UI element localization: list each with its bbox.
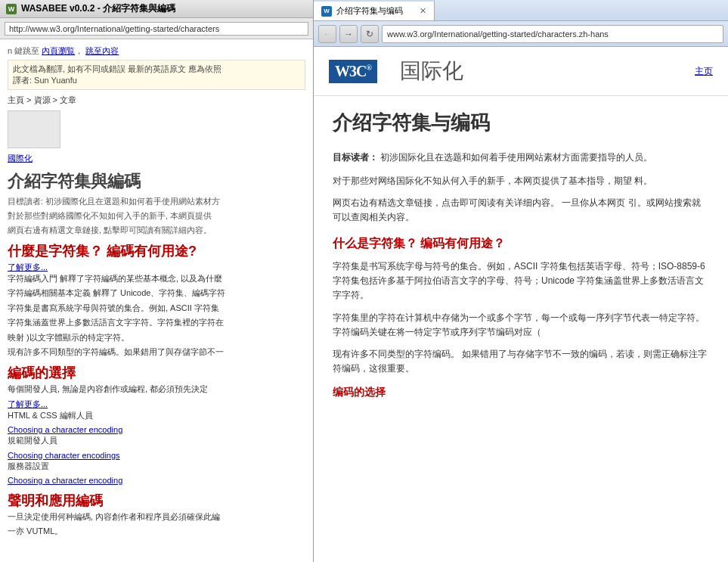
left-link3[interactable]: Choosing a character encoding (8, 476, 122, 485)
right-url-bar[interactable]: www.w3.org/International/getting-started… (382, 25, 723, 43)
left-body5: 映射 )以文字體顯示的特定字符。 (8, 332, 305, 343)
left-body4: 字符集涵蓋世界上多數活語言文字字符。字符集裡的字符在 (8, 317, 305, 328)
right-browser-panel: W 介绍字符集与编码 ✕ ← → ↻ www.w3.org/Internatio… (314, 0, 728, 562)
right-page-title: 介绍字符集与编码 (333, 107, 709, 139)
left-section3-sub2: 一亦 VUTML。 (8, 526, 305, 537)
right-section1-title: 什么是字符集？ 编码有何用途？ (333, 234, 709, 253)
forward-button[interactable]: → (339, 25, 358, 43)
left-subtitle1: 目標讀者: 初涉國際化且在選題和如何着手使用網站素材方 (8, 196, 305, 207)
left-breadcrumb: 主頁 > 資源 > 文章 (8, 95, 305, 106)
left-body1: 字符編碼入門 解釋了字符編碼的某些基本概念, 以及為什麼 (8, 273, 305, 284)
left-more-link2[interactable]: 了解更多... (8, 399, 48, 408)
right-titlebar: W 介绍字符集与编码 ✕ (314, 0, 728, 21)
w3c-logo: W3C® (329, 60, 377, 83)
left-link1[interactable]: Choosing a character encoding (8, 425, 122, 434)
left-toolbar (0, 18, 313, 39)
inner-browse-link[interactable]: 內頁瀏覧 (42, 46, 75, 55)
left-translation-notice: 此文檔為翻譯, 如有不同或錯誤 最新的英語原文 應為依照 譯者: Sun Yua… (8, 60, 305, 90)
w3c-home-link[interactable]: 主页 (695, 66, 713, 76)
right-page-content: 介绍字符集与编码 目标读者： 初涉国际化且在选题和如何着手使用网站素材方面需要指… (314, 96, 728, 562)
tab-close-button[interactable]: ✕ (420, 6, 426, 16)
right-browser-tab[interactable]: W 介绍字符集与编码 ✕ (314, 0, 435, 20)
left-window-title: WASABEE v0.0.2 - 介紹字符集與編碼 (21, 2, 175, 15)
wasabee-icon: W (6, 4, 17, 14)
left-browser-panel: W WASABEE v0.0.2 - 介紹字符集與編碼 n 鍵跳至 內頁瀏覧， … (0, 0, 314, 562)
w3c-superscript: ® (366, 64, 370, 72)
target-label: 目标读者： (333, 152, 378, 163)
right-section2-title: 编码的选择 (333, 383, 709, 400)
left-intl-link[interactable]: 國際化 (8, 153, 305, 164)
right-chrome-toolbar: ← → ↻ www.w3.org/International/getting-s… (314, 21, 728, 47)
left-more-link1[interactable]: 了解更多... (8, 262, 48, 272)
left-body2: 字符編碼相關基本定義 解釋了 Unicode、字符集、編碼字符 (8, 287, 305, 299)
left-section2-title: 編碼的選擇 (8, 364, 305, 382)
left-html-css-label: HTML & CSS 編輯人員 (8, 410, 305, 421)
left-subtitle3: 網頁右邊有精選文章鏈接, 點擊即可閱讀有關詳細內容。 (8, 225, 305, 236)
right-tab-icon: W (321, 6, 332, 17)
right-para2: 网页右边有精选文章链接，点击即可阅读有关详细内容。 一旦你从本网页 引。或网站搜… (333, 196, 709, 225)
left-section2-sub: 每個開發人員, 無論是內容創作或編程, 都必須預先決定 (8, 383, 305, 395)
left-section3-sub: 一旦決定使用何种編碼, 內容創作者和程序員必須確保此編 (8, 511, 305, 523)
w3c-header: W3C® 国际化 主页 (314, 47, 728, 96)
left-titlebar: W WASABEE v0.0.2 - 介紹字符集與編碼 (0, 0, 313, 18)
right-tab-title: 介绍字符集与编码 (336, 5, 403, 17)
w3c-intl-title: 国际化 (400, 57, 463, 85)
left-link2[interactable]: Choosing character encodings (8, 451, 120, 460)
left-server-setup-label: 服務器設置 (8, 461, 305, 472)
target-readers: 目标读者： 初涉国际化且在选题和如何着手使用网站素材方面需要指导的人员。 (333, 151, 709, 165)
w3c-logo-box: W3C® (329, 60, 377, 83)
left-nav-links: n 鍵跳至 內頁瀏覧， 跳至內容 (8, 45, 305, 57)
right-section1-para1: 字符集是书写系统字母与符号的集合。例如，ASCII 字符集包括英语字母、符号；I… (333, 259, 709, 303)
w3c-nav-right: 主页 (695, 65, 713, 78)
target-text: 初涉国际化且在选题和如何着手使用网站素材方面需要指导的人员。 (380, 152, 652, 163)
left-subtitle2: 對於那些對網絡國際化不知如何入手的新手, 本網頁提供 (8, 210, 305, 222)
right-url-text: www.w3.org/International/getting-started… (387, 29, 609, 39)
right-page-content-area: W3C® 国际化 主页 介绍字符集与编码 目标读者： 初涉国际化且在选题和如何着… (314, 47, 728, 562)
back-button[interactable]: ← (318, 25, 336, 43)
left-content-area: n 鍵跳至 內頁瀏覧， 跳至內容 此文檔為翻譯, 如有不同或錯誤 最新的英語原文… (0, 39, 313, 562)
left-thumbnail (8, 110, 60, 148)
right-section1-para2: 字符集里的字符在计算机中存储为一个或多个字节，每一个或每一序列字节代表一特定字符… (333, 311, 709, 340)
left-web-devs-label: 規範開發人員 (8, 435, 305, 446)
left-section1-title: 什麼是字符集？ 編碼有何用途? (8, 242, 305, 260)
left-url-input[interactable] (5, 22, 308, 36)
left-body3: 字符集是書寫系統字母與符號的集合。例如, ASCII 字符集 (8, 303, 305, 314)
right-para1: 对于那些对网络国际化不知从何入手的新手，本网页提供了基本指导，期望 料。 (333, 174, 709, 188)
left-main-title: 介紹字符集與編碼 (8, 170, 305, 193)
left-body6: 現有許多不同類型的字符編碼。如果錯用了與存儲字節不一 (8, 346, 305, 358)
right-section1-para3: 现有许多不同类型的字符编码。 如果错用了与存储字节不一致的编码，若读，则需正确标… (333, 347, 709, 376)
jump-content-link[interactable]: 跳至內容 (85, 46, 119, 55)
left-section3-title: 聲明和應用編碼 (8, 492, 305, 510)
refresh-button[interactable]: ↻ (361, 25, 379, 43)
